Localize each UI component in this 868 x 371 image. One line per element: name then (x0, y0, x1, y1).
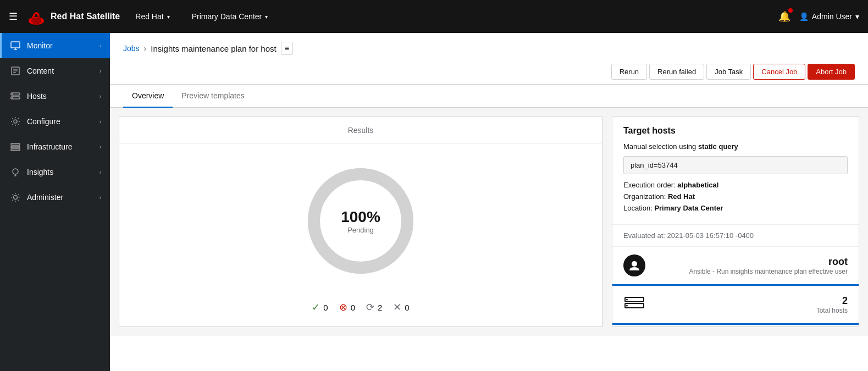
monitor-chevron-icon: › (99, 43, 101, 49)
cancelled-count: 0 (405, 303, 409, 312)
tab-overview[interactable]: Overview (123, 85, 173, 108)
results-title: Results (119, 117, 602, 144)
target-hosts-panel: Target hosts Manual selection using stat… (612, 117, 859, 327)
org-chevron-icon: ▾ (167, 14, 170, 20)
sidebar-item-insights[interactable]: Insights › (0, 159, 110, 185)
target-hosts-title: Target hosts (623, 126, 848, 136)
redhat-logo-icon (26, 7, 46, 26)
user-info: root Ansible - Run insights maintenance … (654, 256, 848, 275)
hosts-info: 2 Total hosts (654, 295, 848, 314)
location-chevron-icon: ▾ (265, 14, 268, 20)
svg-point-12 (14, 120, 17, 123)
tab-preview-templates[interactable]: Preview templates (173, 85, 253, 108)
sidebar-item-configure[interactable]: Configure › (0, 109, 110, 134)
sidebar-item-administer[interactable]: Administer › (0, 185, 110, 210)
hosts-label: Total hosts (654, 307, 848, 314)
svg-point-19 (14, 196, 18, 200)
user-menu[interactable]: 👤 Admin User ▾ (799, 12, 859, 21)
abort-job-button[interactable]: Abort Job (808, 64, 855, 80)
execution-order-label: Execution order: (623, 181, 676, 189)
execution-order-meta: Execution order: alphabetical (623, 181, 848, 189)
user-desc: Ansible - Run insights maintenance plan … (654, 268, 848, 275)
administer-chevron-icon: › (99, 195, 101, 201)
content-chevron-icon: › (99, 68, 101, 74)
location-meta: Location: Primary Data Center (623, 204, 848, 212)
sidebar-item-content[interactable]: Content › (0, 58, 110, 84)
sidebar-item-hosts[interactable]: Hosts › (0, 84, 110, 109)
hosts-icon (10, 91, 20, 101)
sidebar-label-configure: Configure (27, 117, 60, 126)
tabs: Overview Preview templates (110, 85, 868, 108)
svg-point-25 (626, 299, 628, 301)
svg-rect-14 (11, 146, 20, 148)
rerun-failed-button[interactable]: Rerun failed (649, 64, 704, 80)
breadcrumb-jobs-link[interactable]: Jobs (123, 44, 140, 53)
stat-pending: ⟳ 2 (366, 301, 382, 313)
results-panel: Results 100% Pending (119, 117, 602, 327)
rerun-button[interactable]: Rerun (611, 64, 647, 80)
target-query-box: plan_id=53744 (623, 156, 848, 174)
donut-percentage: 100% (341, 208, 380, 226)
app-logo: Red Hat Satellite (26, 7, 120, 26)
hosts-row-icon (623, 294, 645, 315)
content-icon (10, 66, 20, 76)
location-label: Primary Data Center (192, 12, 262, 21)
hosts-chevron-icon: › (99, 93, 101, 99)
insights-chevron-icon: › (99, 169, 101, 175)
target-query-section: Target hosts Manual selection using stat… (612, 117, 859, 225)
sidebar-label-administer: Administer (27, 193, 63, 202)
stat-success: ✓ 0 (312, 301, 328, 313)
svg-point-11 (12, 97, 13, 98)
user-icon: 👤 (799, 12, 809, 21)
hosts-count: 2 (654, 295, 848, 307)
user-name: Admin User (812, 12, 852, 21)
svg-point-22 (632, 261, 637, 267)
job-task-button[interactable]: Job Task (706, 64, 751, 80)
sidebar-item-monitor[interactable]: Monitor › (0, 33, 110, 58)
sidebar: Monitor › Content › Hosts › Configure › (0, 33, 110, 371)
stats-row: ✓ 0 ⊗ 0 ⟳ 2 ✕ 0 (119, 292, 602, 326)
configure-chevron-icon: › (99, 119, 101, 125)
effective-user-row: root Ansible - Run insights maintenance … (612, 247, 859, 286)
sidebar-label-infrastructure: Infrastructure (27, 142, 72, 151)
server-stack-icon (624, 297, 644, 312)
top-navigation: ☰ Red Hat Satellite Red Hat ▾ Primary Da… (0, 0, 868, 33)
svg-rect-13 (11, 143, 20, 145)
infrastructure-icon (10, 142, 20, 152)
evaluated-at: Evaluated at: 2021-05-03 16:57:10 -0400 (612, 225, 859, 247)
failure-icon: ⊗ (339, 301, 347, 313)
selection-text: Manual selection using (623, 142, 696, 151)
administer-icon (10, 192, 20, 202)
donut-center: 100% Pending (341, 208, 380, 234)
cancel-job-button[interactable]: Cancel Job (753, 64, 805, 80)
toolbar: Rerun Rerun failed Job Task Cancel Job A… (110, 59, 868, 85)
location-selector[interactable]: Primary Data Center ▾ (185, 12, 275, 21)
location-label: Location: (623, 204, 653, 212)
sidebar-item-infrastructure[interactable]: Infrastructure › (0, 134, 110, 159)
user-name: root (654, 256, 848, 268)
insights-icon (10, 167, 20, 177)
org-selector[interactable]: Red Hat ▾ (129, 12, 176, 21)
org-label: Organization: (623, 192, 666, 201)
user-avatar-icon (628, 259, 640, 272)
hamburger-menu[interactable]: ☰ (9, 10, 18, 23)
user-chevron-icon: ▾ (855, 12, 859, 21)
main-content: Jobs › Insights maintenance plan for hos… (110, 33, 868, 371)
donut-status-label: Pending (341, 226, 380, 234)
notifications-bell[interactable]: 🔔 (778, 10, 790, 23)
sidebar-label-insights: Insights (27, 168, 53, 176)
failure-count: 0 (351, 303, 355, 312)
notification-badge (788, 8, 793, 13)
infrastructure-chevron-icon: › (99, 144, 101, 150)
org-value: Red Hat (668, 192, 695, 201)
donut-chart: 100% Pending (300, 160, 421, 281)
pending-count: 2 (378, 303, 382, 312)
svg-point-16 (13, 169, 18, 174)
breadcrumb-current: Insights maintenance plan for host (151, 44, 276, 53)
sidebar-label-hosts: Hosts (27, 92, 47, 101)
breadcrumb-menu-button[interactable]: ≡ (281, 42, 293, 55)
target-selection-desc: Manual selection using static query (623, 142, 848, 151)
sidebar-label-monitor: Monitor (27, 41, 53, 50)
stat-failure: ⊗ 0 (339, 301, 355, 313)
execution-order-value: alphabetical (677, 181, 718, 189)
